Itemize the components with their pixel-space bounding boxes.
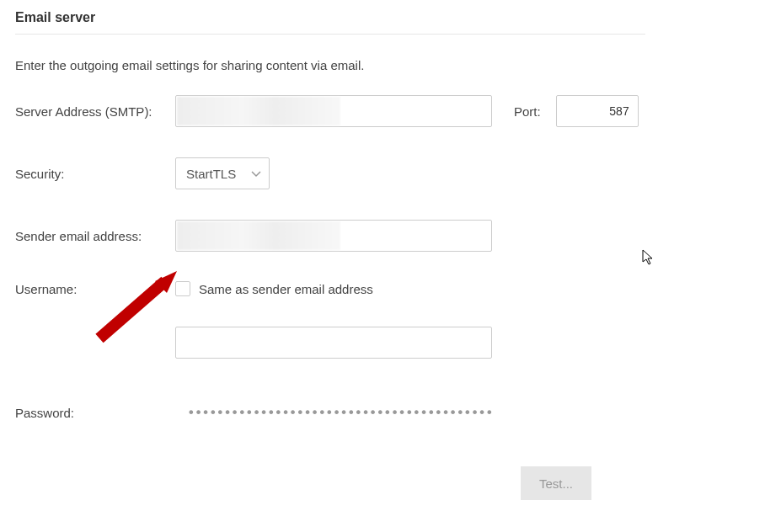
security-select[interactable]: StartTLS: [175, 157, 270, 189]
sender-email-input[interactable]: [175, 220, 492, 252]
password-input[interactable]: ••••••••••••••••••••••••••••••••••••••••…: [175, 405, 492, 421]
label-password: Password:: [15, 406, 175, 420]
section-title: Email server: [15, 10, 750, 25]
label-same-as-sender: Same as sender email address: [199, 282, 373, 296]
label-server-address: Server Address (SMTP):: [15, 104, 175, 119]
security-selected-value: StartTLS: [186, 167, 236, 181]
label-username: Username:: [15, 282, 175, 296]
row-security: Security: StartTLS: [15, 157, 750, 190]
row-username: Username: Same as sender email address: [15, 281, 750, 359]
row-sender-email: Sender email address:: [15, 219, 750, 253]
username-input[interactable]: [175, 327, 492, 359]
same-as-sender-checkbox[interactable]: [175, 281, 190, 296]
label-port: Port:: [514, 104, 541, 119]
row-password: Password: ••••••••••••••••••••••••••••••…: [15, 396, 750, 429]
divider: [15, 34, 645, 35]
test-button[interactable]: Test...: [521, 466, 591, 500]
server-address-input[interactable]: [175, 95, 492, 127]
port-input[interactable]: [556, 95, 639, 127]
label-sender-email: Sender email address:: [15, 229, 175, 243]
label-security: Security:: [15, 167, 175, 181]
row-server-address: Server Address (SMTP): Port:: [15, 94, 750, 128]
section-description: Enter the outgoing email settings for sh…: [15, 58, 750, 72]
